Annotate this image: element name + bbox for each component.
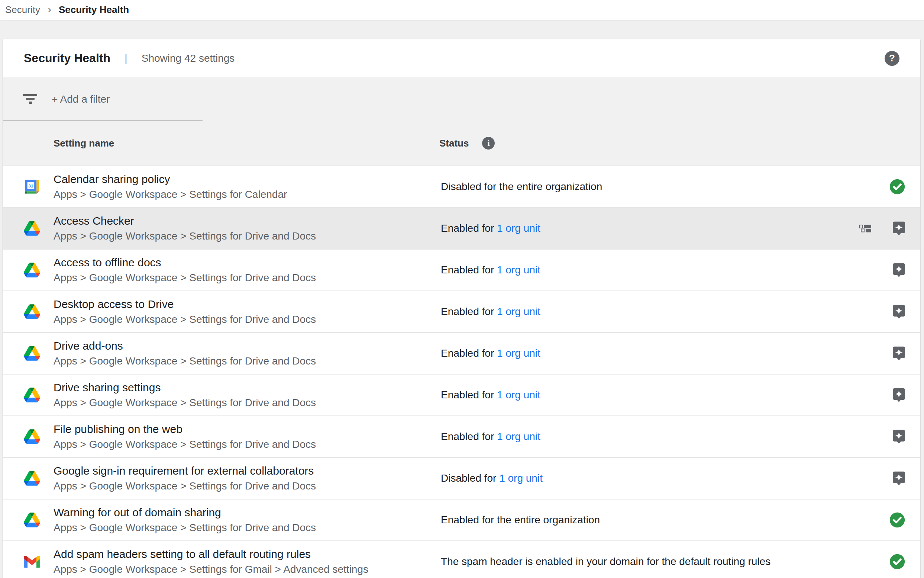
setting-name: Drive sharing settings — [53, 380, 441, 395]
setting-status: Disabled for 1 org unit — [441, 472, 892, 484]
setting-path: Apps > Google Workspace > Settings for D… — [53, 521, 441, 534]
setting-text: Desktop access to DriveApps > Google Wor… — [53, 297, 441, 326]
setting-name: Access Checker — [53, 214, 441, 228]
setting-text: Drive sharing settingsApps > Google Work… — [53, 380, 441, 409]
setting-row[interactable]: Access to offline docsApps > Google Work… — [3, 249, 920, 291]
filter-list-icon — [23, 94, 38, 104]
drive-icon — [24, 512, 40, 528]
recommendation-flag-icon[interactable] — [892, 304, 905, 319]
setting-name: Add spam headers setting to all default … — [53, 547, 441, 561]
org-unit-link[interactable]: 1 org unit — [497, 264, 540, 276]
settings-count: Showing 42 settings — [142, 52, 235, 64]
setting-row[interactable]: Drive add-onsApps > Google Workspace > S… — [3, 332, 920, 374]
breadcrumb: Security › Security Health — [0, 0, 924, 20]
setting-text: Drive add-onsApps > Google Workspace > S… — [53, 339, 441, 368]
status-ok-check-icon — [889, 179, 905, 195]
status-text: Enabled for the entire organization — [441, 514, 600, 526]
setting-row[interactable]: 31Calendar sharing policyApps > Google W… — [3, 166, 920, 207]
setting-status: Enabled for 1 org unit — [441, 389, 892, 401]
page-title: Security Health — [24, 51, 110, 65]
add-filter-button[interactable]: + Add a filter — [52, 93, 110, 105]
setting-path: Apps > Google Workspace > Settings for D… — [53, 396, 441, 409]
setting-path: Apps > Google Workspace > Settings for D… — [53, 438, 441, 451]
setting-name: Drive add-ons — [53, 339, 441, 353]
org-unit-link[interactable]: 1 org unit — [497, 306, 540, 317]
org-unit-link[interactable]: 1 org unit — [497, 222, 540, 234]
breadcrumb-parent-link[interactable]: Security — [5, 4, 40, 16]
setting-status: Disabled for the entire organization — [441, 181, 889, 193]
setting-row[interactable]: Desktop access to DriveApps > Google Wor… — [3, 291, 920, 332]
setting-row[interactable]: Drive sharing settingsApps > Google Work… — [3, 374, 920, 416]
setting-name: Calendar sharing policy — [53, 172, 441, 186]
setting-row[interactable]: Google sign-in requirement for external … — [3, 457, 920, 499]
recommendation-flag-icon[interactable] — [892, 388, 905, 403]
setting-name: Desktop access to Drive — [53, 297, 441, 311]
setting-name: Warning for out of domain sharing — [53, 505, 441, 520]
setting-text: File publishing on the webApps > Google … — [53, 422, 441, 451]
security-health-card: Security Health | Showing 42 settings ? … — [3, 39, 920, 578]
recommendation-flag-icon[interactable] — [892, 221, 905, 236]
help-icon[interactable]: ? — [885, 51, 900, 66]
drive-icon — [24, 387, 40, 403]
drive-icon — [24, 470, 40, 487]
recommendation-flag-icon[interactable] — [892, 429, 905, 444]
row-trailing-icons — [892, 304, 920, 319]
setting-path: Apps > Google Workspace > Settings for G… — [53, 563, 441, 576]
setting-status: Enabled for 1 org unit — [441, 264, 892, 276]
org-unit-link[interactable]: 1 org unit — [499, 472, 543, 484]
setting-row[interactable]: File publishing on the webApps > Google … — [3, 416, 920, 457]
drive-icon — [24, 262, 40, 278]
status-ok-check-icon — [889, 512, 905, 528]
svg-text:31: 31 — [28, 183, 33, 188]
setting-status: Enabled for the entire organization — [441, 514, 889, 526]
row-trailing-icons — [859, 221, 920, 236]
status-info-icon[interactable]: i — [482, 137, 495, 149]
breadcrumb-current: Security Health — [59, 4, 129, 16]
setting-path: Apps > Google Workspace > Settings for D… — [53, 313, 441, 326]
setting-text: Google sign-in requirement for external … — [53, 464, 441, 493]
breadcrumb-chevron-icon: › — [48, 4, 51, 15]
column-status: Status — [439, 138, 469, 149]
calendar-icon: 31 — [24, 179, 40, 195]
setting-path: Apps > Google Workspace > Settings for D… — [53, 271, 441, 284]
row-trailing-icons — [892, 263, 920, 278]
org-unit-link[interactable]: 1 org unit — [497, 431, 540, 442]
setting-row[interactable]: Access CheckerApps > Google Workspace > … — [3, 207, 920, 249]
setting-name: File publishing on the web — [53, 422, 441, 436]
recommendation-flag-icon[interactable] — [892, 263, 905, 278]
org-unit-link[interactable]: 1 org unit — [497, 389, 540, 401]
org-override-icon — [859, 225, 872, 232]
column-setting-name: Setting name — [53, 138, 439, 149]
status-text: Enabled for — [441, 347, 494, 359]
drive-icon — [24, 220, 40, 237]
setting-path: Apps > Google Workspace > Settings for C… — [53, 188, 441, 201]
setting-text: Access CheckerApps > Google Workspace > … — [53, 214, 441, 243]
card-header: Security Health | Showing 42 settings ? — [3, 39, 920, 77]
settings-list: 31Calendar sharing policyApps > Google W… — [3, 166, 920, 578]
table-header: Setting name Status i — [3, 121, 920, 166]
setting-text: Access to offline docsApps > Google Work… — [53, 255, 441, 284]
setting-row[interactable]: Warning for out of domain sharingApps > … — [3, 499, 920, 541]
status-text: Enabled for — [441, 431, 494, 442]
recommendation-flag-icon[interactable] — [892, 346, 905, 361]
setting-row[interactable]: Add spam headers setting to all default … — [3, 541, 920, 578]
drive-icon — [24, 304, 40, 320]
status-text: The spam header is enabled in your domai… — [441, 556, 770, 567]
drive-icon — [24, 429, 40, 445]
recommendation-flag-icon[interactable] — [892, 471, 905, 486]
drive-icon — [24, 345, 40, 362]
setting-status: Enabled for 1 org unit — [441, 347, 892, 359]
setting-name: Google sign-in requirement for external … — [53, 464, 441, 478]
row-trailing-icons — [892, 388, 920, 403]
setting-name: Access to offline docs — [53, 255, 441, 270]
setting-status: Enabled for 1 org unit — [441, 306, 892, 318]
setting-status: The spam header is enabled in your domai… — [441, 556, 889, 568]
status-text: Disabled for — [441, 472, 496, 484]
filter-bar: + Add a filter — [3, 77, 920, 121]
status-text: Enabled for — [441, 389, 494, 401]
status-text: Enabled for — [441, 306, 494, 317]
org-unit-link[interactable]: 1 org unit — [497, 347, 540, 359]
status-text: Disabled for the entire organization — [441, 181, 602, 192]
row-trailing-icons — [889, 554, 920, 570]
row-trailing-icons — [892, 346, 920, 361]
